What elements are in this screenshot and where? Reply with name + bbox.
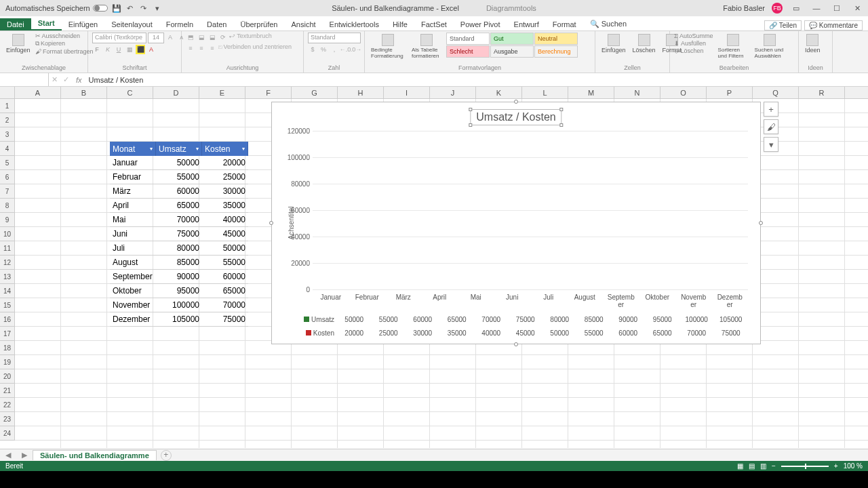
legend-umsatz[interactable]: Umsatz <box>298 316 337 323</box>
x-axis[interactable]: JanuarFebruarMärzAprilMaiJuniJuliAugustS… <box>313 293 748 308</box>
table-row[interactable]: Februar5500025000 <box>110 170 248 184</box>
chart-elements-button[interactable]: + <box>764 102 778 117</box>
x-tick-label[interactable]: Juni <box>494 293 531 308</box>
sheet-nav-prev-icon[interactable]: ◀ <box>0 451 16 460</box>
bold-button[interactable]: F <box>92 45 102 54</box>
undo-icon[interactable]: ↶ <box>125 3 135 13</box>
number-format-select[interactable]: Standard <box>308 33 361 43</box>
style-berechnung[interactable]: Berechnung <box>534 45 578 58</box>
view-pagelayout-icon[interactable]: ▤ <box>749 462 755 470</box>
chart-title[interactable]: Umsatz / Kosten <box>470 109 561 125</box>
italic-button[interactable]: K <box>103 45 113 54</box>
view-pagebreak-icon[interactable]: ▥ <box>760 462 766 470</box>
close-icon[interactable]: ✕ <box>850 4 864 13</box>
col-header[interactable]: D <box>153 87 199 98</box>
col-header[interactable]: A <box>15 87 61 98</box>
tab-factset[interactable]: FactSet <box>414 18 454 30</box>
x-tick-label[interactable]: September <box>603 293 639 308</box>
chart-styles-button[interactable]: 🖌 <box>764 119 778 134</box>
toggle-icon[interactable] <box>93 5 108 12</box>
row-header[interactable]: 10 <box>0 227 15 241</box>
resize-handle[interactable] <box>759 221 763 225</box>
table-row[interactable]: November10000070000 <box>110 298 248 312</box>
chart-data-table[interactable]: Umsatz 500005500060000650007000075000800… <box>298 312 748 340</box>
redo-icon[interactable]: ↷ <box>139 3 149 13</box>
orientation-icon[interactable]: ⟳ <box>218 33 228 42</box>
clear-button[interactable]: ◇ Löschen <box>674 47 713 54</box>
percent-icon[interactable]: % <box>319 45 328 54</box>
resize-handle[interactable] <box>514 342 518 346</box>
copy-button[interactable]: ⧉ Kopieren <box>35 40 94 47</box>
x-tick-label[interactable]: Januar <box>313 293 349 308</box>
name-box[interactable] <box>0 73 49 86</box>
align-center-icon[interactable]: ≡ <box>197 43 206 53</box>
row-header[interactable]: 13 <box>0 270 15 284</box>
title-handle[interactable] <box>560 108 564 111</box>
row-header[interactable]: 2 <box>0 113 15 127</box>
table-row[interactable]: Januar5000020000 <box>110 156 248 170</box>
row-header[interactable]: 23 <box>0 412 15 426</box>
maximize-icon[interactable]: ☐ <box>830 4 844 13</box>
chart-filters-button[interactable]: ▾ <box>764 137 778 152</box>
user-name[interactable]: Fabio Basler <box>723 4 765 12</box>
formula-input[interactable]: Umsatz / Kosten <box>86 75 868 85</box>
row-header[interactable]: 4 <box>0 142 15 156</box>
wrap-text-button[interactable]: ⮐ Textumbruch <box>229 33 272 42</box>
row-header[interactable]: 17 <box>0 327 15 341</box>
row-header[interactable]: 5 <box>0 156 15 170</box>
zoom-level[interactable]: 100 % <box>844 462 863 470</box>
header-kosten[interactable]: Kosten▾ <box>202 142 248 156</box>
row-header[interactable]: 1 <box>0 99 15 113</box>
col-header[interactable]: B <box>61 87 107 98</box>
conditional-formatting-button[interactable]: Bedingte Formatierung <box>369 33 407 60</box>
select-all-button[interactable] <box>0 87 15 99</box>
comma-icon[interactable]: , <box>330 45 339 54</box>
align-right-icon[interactable]: ≡ <box>208 43 217 53</box>
row-header[interactable]: 16 <box>0 312 15 327</box>
fx-icon[interactable]: fx <box>72 76 86 84</box>
legend-kosten[interactable]: Kosten <box>298 329 337 337</box>
style-ausgabe[interactable]: Ausgabe <box>490 45 534 58</box>
paste-button[interactable]: Einfügen <box>4 33 33 55</box>
fill-color-button[interactable]: ⬛ <box>136 45 145 54</box>
col-header[interactable]: R <box>799 87 845 98</box>
decrease-decimal-icon[interactable]: .0→ <box>351 45 361 54</box>
x-tick-label[interactable]: Oktober <box>639 293 676 308</box>
sheet-tab[interactable]: Säulen- und Balkendiagramme <box>33 450 157 460</box>
plot-area[interactable] <box>313 131 748 289</box>
row-header[interactable]: 22 <box>0 398 15 412</box>
tab-view[interactable]: Ansicht <box>284 18 322 30</box>
style-schlecht[interactable]: Schlecht <box>446 45 490 58</box>
align-top-icon[interactable]: ⬒ <box>186 33 195 42</box>
increase-decimal-icon[interactable]: ←.0 <box>340 45 350 54</box>
header-umsatz[interactable]: Umsatz▾ <box>156 142 202 156</box>
zoom-slider[interactable] <box>781 466 829 467</box>
align-middle-icon[interactable]: ⬓ <box>197 33 206 42</box>
tab-format[interactable]: Format <box>546 18 583 30</box>
row-header[interactable]: 11 <box>0 241 15 256</box>
row-header[interactable]: 14 <box>0 284 15 298</box>
insert-cells-button[interactable]: Einfügen <box>599 33 628 55</box>
user-avatar[interactable]: FB <box>772 3 783 14</box>
row-header[interactable]: 24 <box>0 426 15 441</box>
row-header[interactable]: 18 <box>0 341 15 355</box>
x-tick-label[interactable]: August <box>567 293 604 308</box>
underline-button[interactable]: U <box>114 45 123 54</box>
tab-powerpivot[interactable]: Power Pivot <box>454 18 507 30</box>
table-row[interactable]: April6500035000 <box>110 199 248 213</box>
table-row[interactable]: September9000060000 <box>110 270 248 284</box>
table-row[interactable]: März6000030000 <box>110 184 248 199</box>
x-tick-label[interactable]: November <box>675 293 712 308</box>
increase-font-icon[interactable]: A <box>165 33 175 42</box>
tab-file[interactable]: Datei <box>0 18 31 30</box>
zoom-out-button[interactable]: − <box>772 462 776 470</box>
col-header[interactable]: H <box>338 87 384 98</box>
tab-help[interactable]: Hilfe <box>386 18 414 30</box>
search-box[interactable]: 🔍 Suchen <box>583 18 633 30</box>
col-header[interactable]: I <box>384 87 430 98</box>
col-header[interactable]: N <box>614 87 660 98</box>
tab-insert[interactable]: Einfügen <box>62 18 104 30</box>
tab-data[interactable]: Daten <box>200 18 233 30</box>
format-as-table-button[interactable]: Als Tabelle formatieren <box>410 33 443 60</box>
zoom-in-button[interactable]: + <box>834 462 838 470</box>
